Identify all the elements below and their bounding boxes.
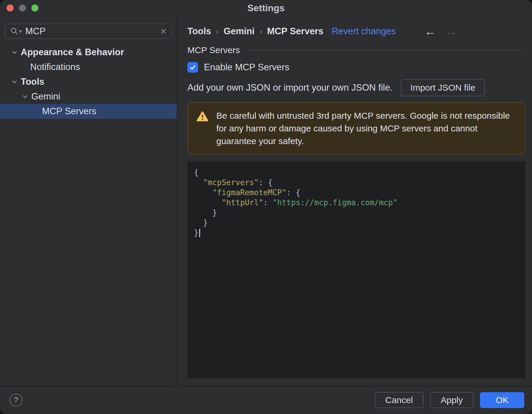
back-arrow-icon[interactable]: ← [424, 25, 436, 37]
traffic-lights [7, 0, 38, 16]
warning-banner: Be careful with untrusted 3rd party MCP … [187, 102, 525, 154]
import-instructions: Add your own JSON or import your own JSO… [187, 82, 392, 93]
breadcrumb-item[interactable]: Gemini [223, 26, 254, 36]
forward-arrow-icon: → [446, 25, 458, 37]
sidebar-item-label: MCP Servers [42, 106, 96, 117]
chevron-down-icon[interactable] [11, 78, 18, 86]
sidebar-item-tools[interactable]: Tools [0, 74, 177, 89]
breadcrumb: Tools›Gemini›MCP Servers [187, 26, 323, 37]
help-button[interactable]: ? [9, 394, 22, 407]
search-options-caret-icon[interactable]: ▾ [19, 28, 22, 35]
import-json-button[interactable]: Import JSON file [401, 79, 485, 96]
breadcrumb-separator: › [259, 26, 262, 36]
breadcrumb-item[interactable]: Tools [187, 26, 211, 36]
zoom-button[interactable] [31, 4, 38, 12]
footer-buttons: CancelApplyOK [375, 392, 524, 408]
code-line: } [194, 228, 525, 238]
sidebar-item-gemini[interactable]: Gemini [0, 89, 177, 104]
sidebar-item-label: Tools [21, 76, 44, 87]
breadcrumb-separator: › [216, 26, 219, 36]
sidebar-item-label: Gemini [31, 91, 60, 102]
ok-button[interactable]: OK [480, 392, 524, 408]
titlebar: Settings [0, 0, 532, 16]
sidebar-item-appearance-behavior[interactable]: Appearance & Behavior [0, 45, 177, 60]
chevron-down-icon[interactable] [21, 93, 29, 100]
code-line: "figmaRemoteMCP": { [194, 188, 525, 198]
content-pane: Tools›Gemini›MCP Servers Revert changes … [177, 16, 532, 386]
chevron-down-icon[interactable] [11, 48, 18, 56]
apply-button[interactable]: Apply [430, 392, 473, 408]
enable-mcp-row[interactable]: Enable MCP Servers [187, 61, 525, 74]
sidebar-item-label: Notifications [30, 62, 80, 72]
warning-text: Be careful with untrusted 3rd party MCP … [216, 109, 517, 147]
breadcrumb-item: MCP Servers [267, 26, 323, 36]
code-line: { [194, 167, 525, 177]
close-button[interactable] [7, 4, 14, 12]
cancel-button[interactable]: Cancel [375, 392, 424, 408]
enable-mcp-label: Enable MCP Servers [204, 62, 289, 73]
sidebar-item-mcp-servers[interactable]: MCP Servers [0, 104, 177, 119]
settings-tree: Appearance & BehaviorNotificationsToolsG… [0, 45, 177, 119]
section-header: MCP Servers [187, 44, 525, 56]
settings-window: Settings ▾ × Appearance & BehaviorNotifi… [0, 0, 532, 414]
revert-changes-link[interactable]: Revert changes [332, 26, 396, 37]
enable-mcp-checkbox[interactable] [187, 62, 198, 73]
search-input[interactable] [25, 26, 160, 37]
settings-sidebar: ▾ × Appearance & BehaviorNotificationsTo… [0, 16, 177, 386]
breadcrumb-row: Tools›Gemini›MCP Servers Revert changes … [187, 24, 525, 39]
code-line: } [194, 208, 525, 218]
settings-search-field[interactable]: ▾ × [5, 24, 172, 39]
minimize-button[interactable] [19, 4, 26, 12]
text-caret [199, 229, 200, 237]
search-icon [10, 27, 19, 36]
code-line: "mcpServers": { [194, 177, 525, 188]
sidebar-item-label: Appearance & Behavior [21, 47, 124, 58]
window-title: Settings [247, 3, 285, 14]
code-line: "httpUrl": "https://mcp.figma.com/mcp" [194, 198, 525, 208]
code-line: } [194, 218, 525, 228]
section-title: MCP Servers [187, 45, 240, 55]
clear-search-icon[interactable]: × [160, 26, 167, 37]
warning-icon [196, 111, 209, 122]
json-editor[interactable]: { "mcpServers": { "figmaRemoteMCP": { "h… [187, 161, 525, 379]
section-divider [246, 50, 525, 50]
dialog-body: ▾ × Appearance & BehaviorNotificationsTo… [0, 16, 532, 386]
dialog-footer: ? CancelApplyOK [0, 386, 532, 414]
import-row: Add your own JSON or import your own JSO… [187, 79, 525, 96]
sidebar-item-notifications[interactable]: Notifications [0, 60, 177, 74]
